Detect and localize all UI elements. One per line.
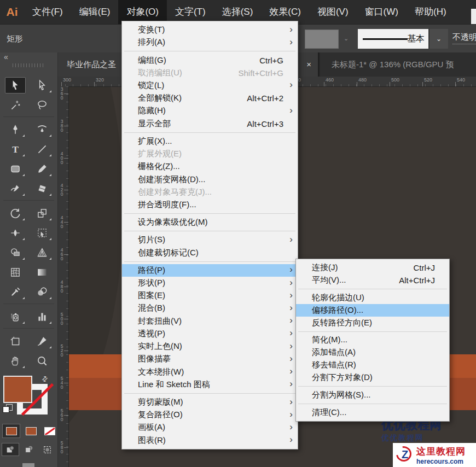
menu-item[interactable]: 扩展(X)... [122, 135, 298, 148]
menu-item[interactable]: 封套扭曲(V)› [122, 315, 298, 328]
color-button[interactable] [2, 424, 20, 438]
opacity-link[interactable]: 不透明 [452, 32, 476, 44]
chevron-down-icon[interactable]: ⌄ [344, 35, 349, 42]
document-tab[interactable]: 未标题-1* @ 136% (RGB/GPU 预 [320, 52, 476, 77]
menu-item[interactable]: 分割为网格(S)... [296, 389, 449, 401]
menu-item[interactable]: 变换(T)› [122, 24, 298, 36]
magic-wand-tool[interactable] [5, 97, 26, 113]
watermark-caption: 优优教程网 [381, 433, 476, 443]
menu-item[interactable]: 复合路径(O)› [122, 408, 298, 421]
draw-behind-button[interactable] [20, 443, 38, 456]
vertical-ruler: 3 6 03 8 04 0 04 2 04 4 04 6 04 8 05 0 0… [57, 86, 69, 467]
line-segment-tool[interactable] [32, 141, 53, 157]
column-graph-tool[interactable] [32, 308, 53, 325]
menu-item[interactable]: 创建渐变网格(D)... [122, 173, 298, 185]
menu-item[interactable]: 排列(A)› [122, 36, 298, 49]
mesh-tool[interactable] [5, 264, 26, 281]
menubar-item[interactable]: 文件(F) [24, 0, 71, 24]
menu-item[interactable]: 偏移路径(O)... [296, 304, 449, 317]
brush-dropdown-button[interactable]: ⌄ [429, 29, 448, 49]
menubar-item[interactable]: 帮助(H) [407, 0, 455, 24]
menu-item[interactable]: 实时上色(N)› [122, 340, 298, 353]
menu-item[interactable]: 扩展外观(E) [122, 148, 298, 160]
width-tool[interactable] [5, 225, 26, 241]
collapse-panel-button[interactable]: « [4, 52, 7, 61]
menu-item[interactable]: 隐藏(H)› [122, 104, 298, 117]
symbol-sprayer-tool[interactable] [5, 308, 26, 325]
menu-item[interactable]: 切片(S)› [122, 234, 298, 246]
menu-item[interactable]: 编组(G)Ctrl+G [122, 54, 298, 66]
none-button[interactable] [40, 424, 59, 438]
gradient-button[interactable] [22, 424, 40, 438]
menu-item[interactable]: 图像描摹› [122, 353, 298, 365]
blend-tool[interactable] [32, 284, 53, 300]
stroke-color-field[interactable] [305, 30, 339, 49]
shaper-tool[interactable] [5, 180, 26, 197]
draw-normal-button[interactable] [2, 443, 19, 456]
menu-item[interactable]: 拼合透明度(F)... [122, 199, 298, 211]
eraser-tool[interactable] [32, 180, 53, 197]
rotate-tool[interactable] [5, 205, 26, 221]
menu-item[interactable]: 添加锚点(A) [296, 346, 449, 359]
gradient-tool[interactable] [32, 264, 53, 281]
menu-item[interactable]: 创建对象马赛克(J)... [122, 186, 298, 199]
tab-close-button[interactable]: × [306, 52, 311, 77]
perspective-grid-tool[interactable] [32, 244, 53, 261]
submenu-arrow-icon: › [289, 80, 293, 91]
menu-item[interactable]: 混合(B)› [122, 302, 298, 314]
menu-item[interactable]: 平均(V)...Alt+Ctrl+J [296, 274, 449, 287]
direct-selection-tool[interactable] [32, 77, 53, 94]
brush-definition-dropdown[interactable]: 基本 [358, 29, 428, 49]
menu-item[interactable]: 分割下方对象(D) [296, 371, 449, 384]
menu-item[interactable]: 文本绕排(W)› [122, 365, 298, 378]
menubar-item[interactable]: 窗口(W) [357, 0, 407, 24]
hand-tool[interactable] [5, 353, 26, 369]
menu-item[interactable]: 路径(P)› [122, 264, 298, 277]
menu-item[interactable]: 栅格化(Z)... [122, 160, 298, 173]
menu-item[interactable]: 连接(J)Ctrl+J [296, 261, 449, 274]
type-tool[interactable]: T [5, 141, 26, 157]
menu-item[interactable]: 创建裁切标记(C) [122, 247, 298, 259]
menu-item[interactable]: 取消编组(U)Shift+Ctrl+G [122, 67, 298, 79]
ruler-label: 4 0 0 [57, 151, 66, 165]
ruler-tick [357, 82, 357, 86]
scale-tool[interactable] [32, 205, 53, 221]
shape-builder-tool[interactable] [5, 244, 26, 261]
rectangle-tool[interactable] [5, 161, 26, 177]
menu-item[interactable]: 清理(C)... [296, 406, 449, 419]
menu-item[interactable]: 显示全部Alt+Ctrl+3 [122, 118, 298, 130]
menu-item[interactable]: 锁定(L)› [122, 79, 298, 92]
menu-item[interactable]: 轮廓化描边(U) [296, 291, 449, 304]
fill-swatch[interactable] [3, 376, 32, 403]
menu-item[interactable]: 透视(P)› [122, 328, 298, 340]
menu-item[interactable]: 简化(M)... [296, 334, 449, 347]
paintbrush-tool[interactable] [32, 161, 53, 177]
menu-item[interactable]: 剪切蒙版(M)› [122, 396, 298, 408]
menu-item[interactable]: 形状(P)› [122, 277, 298, 289]
menu-item[interactable]: 移去锚点(R) [296, 359, 449, 371]
artboard-tool[interactable] [5, 333, 26, 349]
curvature-tool[interactable] [32, 121, 53, 138]
menubar-item[interactable]: 视图(V) [309, 0, 357, 24]
pen-tool[interactable] [5, 121, 26, 138]
menu-item[interactable]: Line 和 Sketch 图稿› [122, 378, 298, 391]
lasso-tool[interactable] [32, 97, 53, 113]
default-fill-stroke-icon[interactable] [3, 404, 13, 413]
screen-mode-button[interactable] [22, 463, 34, 467]
eyedropper-tool[interactable] [5, 284, 26, 300]
free-transform-tool[interactable] [32, 225, 53, 241]
panel-drag-handle[interactable] [13, 63, 44, 67]
menu-item[interactable]: 图案(E)› [122, 289, 298, 302]
menu-item-label: 设为像素级优化(M) [138, 217, 208, 227]
slice-tool[interactable] [32, 333, 53, 349]
menubar-item[interactable]: 编辑(E) [71, 0, 119, 24]
menu-item[interactable]: 画板(A)› [122, 421, 298, 434]
menu-item[interactable]: 图表(R)› [122, 434, 298, 447]
draw-inside-button[interactable] [39, 443, 56, 456]
selection-tool[interactable] [5, 77, 26, 94]
menu-item[interactable]: 设为像素级优化(M) [122, 216, 298, 229]
zoom-tool[interactable] [32, 353, 53, 369]
menu-item[interactable]: 反转路径方向(E) [296, 317, 449, 329]
type-tool-icon: T [9, 143, 21, 155]
menu-item[interactable]: 全部解锁(K)Alt+Ctrl+2 [122, 92, 298, 104]
